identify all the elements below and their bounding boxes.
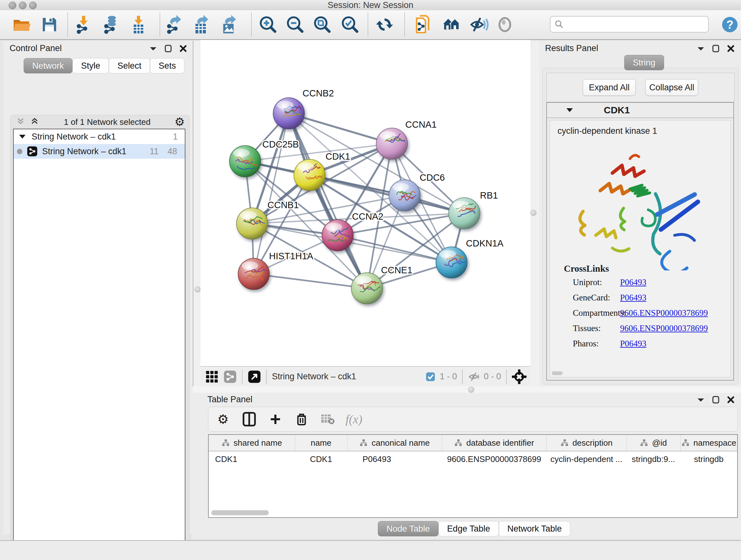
node-CCNA2[interactable] [322,220,353,251]
import-network-file-button[interactable] [73,14,94,35]
show-all-button[interactable] [494,14,515,35]
first-neighbors-button[interactable] [441,14,462,35]
table-row[interactable]: CDK1 CDK1 P06493 9606.ENSP00000378699 cy… [209,451,737,467]
panel-close-icon[interactable] [179,45,187,52]
selected-checkbox-icon[interactable] [426,372,435,381]
panel-menu-icon[interactable] [697,397,704,402]
add-column-icon[interactable]: + [266,410,284,428]
column-header-shared-name[interactable]: shared name [209,435,295,451]
crosslink-link[interactable]: P06493 [620,293,647,303]
cell-canonical-name[interactable]: P06493 [347,451,442,467]
node-HIST1H1A[interactable] [238,258,270,290]
panel-float-icon[interactable] [712,45,719,52]
node-CCNB1[interactable] [237,208,268,239]
network-collection-row[interactable]: String Network – cdk1 1 [14,129,185,144]
network-view-icon[interactable] [223,370,237,383]
edge-CCNB2-CCNA1[interactable] [289,113,392,144]
show-columns-icon[interactable] [240,410,258,428]
node-CCNB2[interactable] [273,98,305,129]
grid-view-icon[interactable] [205,370,218,383]
network-options-gear-icon[interactable]: ⚙ [175,115,185,129]
column-header-description[interactable]: description [546,435,626,451]
hide-selected-button[interactable] [468,14,489,35]
network-row-selected[interactable]: String Network – cdk1 11 48 [14,144,185,159]
copy-network-button[interactable] [413,14,434,35]
table-settings-gear-icon[interactable]: ⚙ [214,410,232,428]
crosslink-link[interactable]: P06493 [620,277,647,287]
tab-sets[interactable]: Sets [150,58,185,73]
zoom-in-button[interactable] [258,14,279,35]
search-field[interactable] [550,16,709,33]
refresh-view-button[interactable] [374,14,395,35]
table-hscrollbar-thumb[interactable] [211,510,269,515]
tab-style[interactable]: Style [72,58,109,73]
function-builder-icon[interactable]: f(x) [345,410,363,428]
node-CDK1[interactable] [294,159,325,191]
tab-node-table[interactable]: Node Table [378,521,439,537]
save-session-button[interactable] [39,14,60,35]
panel-float-icon[interactable] [712,396,719,403]
zoom-fit-button[interactable] [312,14,333,35]
tree-expander-icon[interactable] [19,134,26,139]
node-RB1[interactable] [449,198,480,229]
node-CDC25B[interactable] [229,145,261,177]
tab-edge-table[interactable]: Edge Table [439,521,499,537]
crosshair-icon[interactable] [512,369,527,384]
panel-close-icon[interactable] [727,396,735,403]
export-table-button[interactable] [191,14,212,35]
cell-name[interactable]: CDK1 [295,451,347,467]
entry-scrollbar-thumb[interactable] [552,371,562,375]
import-network-from-database-button[interactable] [100,14,122,35]
node-CDC6[interactable] [389,180,420,211]
node-CCNE1[interactable] [351,273,383,304]
zoom-out-button[interactable] [285,14,306,35]
network-canvas[interactable]: CCNB2CCNA1CDC25BCDK1CDC6RB1CCNB1CCNA2CDK… [200,40,530,366]
cell-description[interactable]: cyclin-dependent ... [546,451,626,467]
horizontal-splitter[interactable] [193,386,741,393]
column-header-id[interactable]: @id [626,435,680,451]
panel-menu-icon[interactable] [697,46,704,51]
column-header-name[interactable]: name [295,435,347,451]
open-session-button[interactable] [11,14,32,35]
cell-shared-name[interactable]: CDK1 [209,451,295,467]
tab-network[interactable]: Network [23,58,72,73]
cell-id[interactable]: stringdb:9... [626,451,680,467]
entry-expander-icon[interactable] [566,108,573,113]
node-CCNA1[interactable] [376,128,408,159]
column-header-canonical-name[interactable]: canonical name [347,435,442,451]
left-splitter[interactable] [193,41,201,386]
crosslink-link[interactable]: P06493 [620,339,647,349]
expand-all-button[interactable]: Expand All [583,79,636,96]
expand-all-icon[interactable] [30,117,40,127]
crosslink-link[interactable]: 9606.ENSP00000378699 [620,323,708,333]
column-header-database-identifier[interactable]: database identifier [442,435,546,451]
left-splitter-handle[interactable] [195,287,201,293]
zoom-selected-button[interactable] [340,14,360,35]
cell-database-identifier[interactable]: 9606.ENSP00000378699 [442,451,546,467]
collapse-all-icon[interactable] [16,117,26,127]
edge-CCNB2-CCNE1[interactable] [289,113,367,288]
tab-string[interactable]: String [624,55,664,70]
node-CDKN1A[interactable] [436,247,469,278]
delete-table-icon[interactable] [319,410,337,428]
panel-float-icon[interactable] [165,45,172,52]
column-header-namespace[interactable]: namespace [680,435,737,451]
horizontal-splitter-handle[interactable] [468,387,474,393]
edge-CCNB2-HIST1H1A[interactable] [254,113,289,274]
export-network-button[interactable] [163,14,185,35]
export-image-button[interactable] [218,14,239,35]
collapse-all-button[interactable]: Collapse All [645,79,698,96]
cell-namespace[interactable]: stringdb [680,451,737,467]
help-button[interactable]: ? [719,14,740,35]
right-splitter-handle[interactable] [530,210,536,216]
panel-menu-icon[interactable] [149,46,157,51]
network-graph[interactable]: CCNB2CCNA1CDC25BCDK1CDC6RB1CCNB1CCNA2CDK… [200,40,530,366]
import-table-file-button[interactable] [128,14,149,35]
tab-select[interactable]: Select [109,58,150,73]
entry-header[interactable]: CDK1 [547,103,733,118]
crosslink-link[interactable]: 9606.ENSP00000378699 [620,308,708,318]
panel-close-icon[interactable] [727,45,735,52]
edge-HIST1H1A-CCNE1[interactable] [254,274,367,288]
delete-column-icon[interactable] [293,410,311,428]
birdseye-view-icon[interactable] [248,370,261,383]
